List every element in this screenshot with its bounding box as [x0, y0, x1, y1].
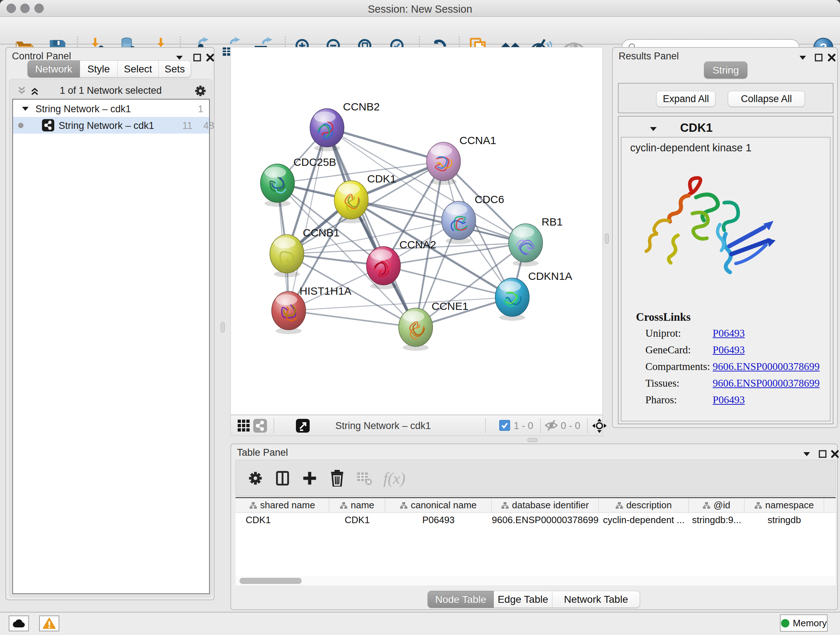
current-network-name: String Network – cdk1 — [335, 420, 431, 432]
network-edge-HIST1H1A-CCNE1[interactable] — [289, 310, 416, 327]
table-panel: Table Panel f(x) shared n — [231, 443, 838, 610]
table-header-row: shared namenamecanonical namedatabase id… — [235, 498, 836, 513]
memory-label: Memory — [793, 618, 827, 629]
network-edge-CCNB2-HIST1H1A[interactable] — [289, 128, 327, 310]
tab-select[interactable]: Select — [118, 60, 159, 78]
column-header-name[interactable]: name — [329, 498, 385, 512]
node-label-CDK1: CDK1 — [367, 173, 396, 185]
node-label-CCNE1: CCNE1 — [431, 300, 469, 312]
table-cell[interactable]: P06493 — [385, 513, 492, 527]
table-horizontal-scrollbar[interactable] — [235, 576, 836, 585]
column-header-databaseidentifier[interactable]: database identifier — [492, 498, 599, 512]
cloud-icon — [12, 619, 25, 628]
main-toolbar: ? — [0, 17, 840, 44]
node-label-CCNB1: CCNB1 — [303, 226, 340, 239]
table-cell[interactable]: stringdb — [745, 513, 824, 527]
column-header-label: name — [351, 500, 374, 511]
column-header-label: namespace — [765, 500, 813, 511]
delete-column-icon[interactable] — [327, 468, 347, 488]
create-column-icon[interactable] — [300, 468, 320, 488]
crosslink-link[interactable]: P06493 — [713, 344, 745, 356]
tab-string[interactable]: String — [704, 62, 747, 79]
node-label-HIST1H1A: HIST1H1A — [300, 285, 351, 297]
collapse-all-button[interactable]: Collapse All — [728, 91, 805, 107]
tab-network-table[interactable]: Network Table — [553, 591, 640, 608]
column-header-label: canonical name — [411, 500, 477, 511]
network-row-selected[interactable]: String Network – cdk1 11 48 — [13, 117, 209, 134]
right-splitter-handle[interactable] — [605, 233, 609, 244]
column-tree-icon — [501, 502, 509, 509]
table-row[interactable]: CDK1CDK1P064939606.ENSP00000378699cyclin… — [235, 513, 836, 527]
network-edge-CCNB2-CCNE1[interactable] — [327, 128, 416, 327]
network-panel-content: 1 of 1 Network selected String Network –… — [9, 79, 212, 597]
column-header-namespace[interactable]: namespace — [745, 498, 824, 512]
column-header-label: description — [626, 500, 672, 511]
column-header-description[interactable]: description — [599, 498, 689, 512]
tab-sets[interactable]: Sets — [159, 60, 191, 78]
column-header-id[interactable]: @id — [689, 498, 745, 512]
detach-view-icon[interactable] — [296, 419, 309, 434]
network-collection-row[interactable]: String Network – cdk1 1 — [13, 100, 209, 117]
network-edge-count: 48 — [203, 120, 214, 131]
table-cell[interactable]: stringdb:9... — [689, 513, 745, 527]
table-panel-tabs: Node Table Edge Table Network Table — [428, 591, 640, 608]
panel-close-icon[interactable] — [205, 53, 215, 62]
birds-eye-crosshair-icon[interactable] — [592, 418, 607, 435]
table-cell[interactable]: CDK1 — [329, 513, 385, 527]
panel-float-icon[interactable] — [814, 53, 823, 62]
status-bar: Memory — [0, 612, 840, 635]
column-tree-icon — [340, 502, 347, 509]
column-tree-icon — [703, 502, 711, 509]
results-panel-title: Results Panel — [619, 51, 679, 62]
panel-close-icon[interactable] — [830, 449, 840, 459]
network-view-toolbar: String Network – cdk1 1 - 0 0 - 0 — [231, 415, 603, 436]
crosslink-label: Uniprot: — [645, 327, 681, 339]
grid-view-icon[interactable] — [237, 419, 250, 434]
show-columns-icon[interactable] — [272, 468, 293, 488]
network-edge-CCNB2-CCNA1[interactable] — [327, 128, 444, 162]
network-selection-status: 1 of 1 Network selected — [9, 85, 212, 96]
control-panel: Control Panel Network Style Select Sets … — [5, 47, 215, 600]
panel-float-icon[interactable] — [193, 53, 202, 62]
gene-collapse-icon[interactable] — [649, 126, 657, 132]
crosslink-label: Pharos: — [645, 394, 677, 406]
panel-menu-icon[interactable] — [802, 449, 812, 459]
toolbar-separator — [587, 418, 588, 433]
table-cell[interactable]: 9606.ENSP00000378699 — [492, 513, 599, 527]
panel-menu-icon[interactable] — [798, 53, 807, 62]
crosslink-link[interactable]: 9606.ENSP00000378699 — [713, 377, 820, 389]
network-canvas[interactable]: CCNB2CCNA1CDC25BCDK1CDC6RB1CCNB1CCNA2CDK… — [231, 47, 603, 415]
crosslink-link[interactable]: P06493 — [713, 394, 745, 406]
tab-edge-table[interactable]: Edge Table — [494, 591, 553, 608]
left-splitter-handle[interactable] — [221, 322, 225, 333]
hidden-eye-slash-icon[interactable] — [545, 420, 558, 432]
network-options-gear-icon[interactable] — [194, 84, 207, 99]
column-header-sharedname[interactable]: shared name — [235, 498, 329, 512]
table-cell[interactable]: CDK1 — [235, 513, 329, 527]
table-options-gear-icon[interactable] — [245, 468, 265, 488]
toolbar-separator — [273, 418, 274, 433]
table-cell[interactable]: cyclin-dependent ... — [599, 513, 689, 527]
crosslink-label: GeneCard: — [645, 344, 691, 356]
memory-button[interactable]: Memory — [780, 614, 828, 632]
crosslink-link[interactable]: 9606.ENSP00000378699 — [713, 361, 820, 372]
expand-all-button[interactable]: Expand All — [656, 91, 715, 107]
crosslink-link[interactable]: P06493 — [713, 327, 745, 339]
gene-description: cyclin-dependent kinase 1 — [630, 142, 752, 154]
tab-node-table[interactable]: Node Table — [428, 591, 494, 608]
panel-close-icon[interactable] — [827, 53, 836, 62]
node-label-CDC6: CDC6 — [475, 193, 504, 205]
column-header-canonicalname[interactable]: canonical name — [385, 498, 492, 512]
selected-checkbox-icon[interactable] — [499, 420, 510, 432]
scrollbar-thumb[interactable] — [240, 578, 302, 584]
column-header-label: @id — [714, 500, 730, 511]
panel-float-icon[interactable] — [818, 449, 827, 459]
tab-network[interactable]: Network — [27, 60, 80, 78]
network-share-view-icon[interactable] — [253, 419, 267, 434]
collection-expand-icon[interactable] — [22, 106, 29, 111]
horizontal-splitter-handle[interactable] — [527, 438, 538, 442]
tab-style[interactable]: Style — [80, 60, 118, 78]
warnings-button[interactable] — [39, 616, 59, 631]
toolbar-separator — [485, 418, 486, 433]
cloud-button[interactable] — [9, 616, 29, 631]
